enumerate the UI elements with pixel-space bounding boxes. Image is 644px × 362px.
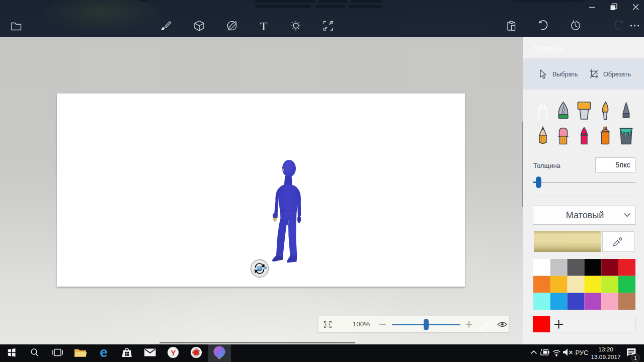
svg-text:e: e bbox=[100, 344, 108, 360]
svg-text:1: 1 bbox=[634, 355, 637, 361]
svg-text:Y: Y bbox=[171, 348, 176, 357]
svg-text:T: T bbox=[260, 20, 268, 33]
svg-text:РУС: РУС bbox=[575, 349, 588, 356]
svg-text:13.09.2017: 13.09.2017 bbox=[591, 353, 620, 360]
svg-text:13:20: 13:20 bbox=[598, 346, 613, 353]
